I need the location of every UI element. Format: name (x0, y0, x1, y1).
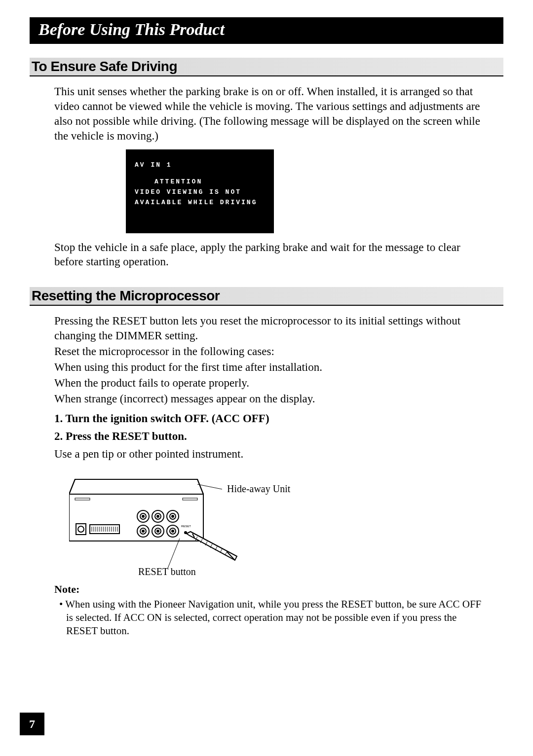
diagram-label-reset: RESET button (138, 566, 196, 577)
reset-step-1: Turn the ignition switch OFF. (ACC OFF) (54, 412, 503, 425)
chapter-title: Before Using This Product (30, 17, 503, 44)
reset-para-4: When the product fails to operate proper… (54, 376, 484, 391)
svg-point-31 (172, 515, 174, 517)
reset-para-5: When strange (incorrect) messages appear… (54, 392, 484, 406)
svg-point-25 (142, 515, 144, 517)
svg-text:RESET: RESET (181, 525, 191, 528)
page-content: Before Using This Product To Ensure Safe… (0, 0, 533, 638)
svg-point-37 (157, 530, 159, 532)
screen-line-4: AVAILABLE WHILE DRIVING (135, 198, 265, 208)
safe-driving-para-1: This unit senses whether the parking bra… (54, 84, 484, 144)
screen-line-2: ATTENTION (135, 177, 265, 187)
page-number-tab: 7 (20, 713, 44, 735)
svg-line-54 (168, 539, 180, 568)
svg-marker-0 (69, 479, 203, 541)
reset-para-2: Reset the microprocessor in the followin… (54, 344, 484, 359)
on-screen-warning: AV IN 1 ATTENTION VIDEO VIEWING IS NOT A… (126, 149, 274, 233)
note-list: When using with the Pioneer Navigation u… (59, 598, 489, 638)
safe-driving-para-2: Stop the vehicle in a safe place, apply … (54, 240, 484, 270)
reset-steps-list: Turn the ignition switch OFF. (ACC OFF) … (54, 412, 503, 443)
svg-point-34 (142, 530, 144, 532)
reset-step-2-sub: Use a pen tip or other pointed instrumen… (54, 448, 503, 461)
screen-line-1: AV IN 1 (135, 160, 265, 171)
section-heading-reset: Resetting the Microprocessor (30, 287, 503, 306)
note-heading: Note: (54, 583, 503, 596)
svg-point-28 (157, 515, 159, 517)
reset-step-2: Press the RESET button. (54, 430, 503, 443)
note-item-1: When using with the Pioneer Navigation u… (59, 598, 489, 638)
diagram-label-unit: Hide-away Unit (227, 483, 290, 495)
section-heading-safe-driving: To Ensure Safe Driving (30, 58, 503, 76)
hideaway-unit-diagram: RESET (69, 469, 503, 578)
reset-para-3: When using this product for the first ti… (54, 360, 484, 375)
svg-point-40 (172, 530, 174, 532)
reset-para-1: Pressing the RESET button lets you reset… (54, 314, 484, 343)
screen-line-3: VIDEO VIEWING IS NOT (135, 187, 265, 198)
